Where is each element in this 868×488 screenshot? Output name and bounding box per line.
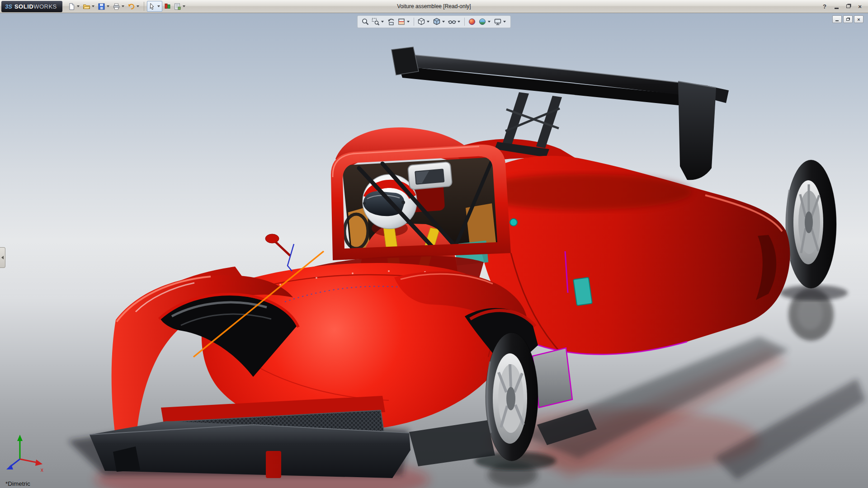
display-style-button[interactable] <box>432 17 447 27</box>
window-controls: ? × <box>819 2 868 11</box>
previous-view-button[interactable] <box>386 17 396 27</box>
close-button[interactable]: × <box>854 2 865 11</box>
help-button[interactable]: ? <box>819 2 830 11</box>
hide-show-items-glasses-icon <box>448 18 456 26</box>
brand-name-light: WORKS <box>33 3 57 10</box>
apply-scene-dropdown[interactable] <box>488 21 491 23</box>
print-icon <box>113 3 120 10</box>
collapse-arrow-icon <box>1 256 4 259</box>
heads-up-view-toolbar <box>357 15 511 28</box>
zoom-to-area-icon <box>372 18 380 26</box>
view-settings-button[interactable] <box>493 17 508 27</box>
previous-view-icon <box>387 18 395 26</box>
restore-icon <box>846 5 850 8</box>
color-swatch-icon <box>164 3 171 10</box>
view-orientation-cube-icon <box>417 18 425 26</box>
hide-show-items-dropdown[interactable] <box>458 21 460 23</box>
open-button[interactable] <box>82 1 96 12</box>
section-view-icon <box>397 18 406 26</box>
new-document-button[interactable] <box>67 1 81 12</box>
zoom-to-fit-button[interactable] <box>360 17 370 27</box>
undo-dropdown[interactable] <box>137 5 139 7</box>
document-window-controls: × <box>832 15 863 23</box>
save-button[interactable] <box>97 1 111 12</box>
select-dropdown[interactable] <box>157 5 160 7</box>
document-minimize-icon <box>835 20 839 21</box>
view-settings-monitor-icon <box>494 18 502 26</box>
document-restore-button[interactable] <box>843 15 853 23</box>
edit-appearance-sphere-icon <box>468 18 476 26</box>
section-view-dropdown[interactable] <box>407 21 410 23</box>
hud-separator <box>414 18 414 26</box>
graphics-area[interactable]: x <box>0 13 868 488</box>
open-folder-icon <box>83 3 90 10</box>
hide-show-items-button[interactable] <box>447 17 462 27</box>
document-restore-icon <box>846 18 849 21</box>
wing-endplate[interactable] <box>678 81 716 180</box>
3ds-logo-icon: 3S <box>5 3 12 10</box>
titlebar: 3S SOLIDWORKS <box>0 0 868 13</box>
undo-icon <box>127 3 135 10</box>
restore-button[interactable] <box>843 2 854 11</box>
teal-decal[interactable] <box>573 277 592 305</box>
standard-toolbar <box>67 1 187 12</box>
viewport-3d-scene[interactable]: x <box>0 13 868 488</box>
apply-scene-button[interactable] <box>477 17 492 27</box>
rocker-panel[interactable] <box>533 348 572 408</box>
document-minimize-button[interactable] <box>832 15 842 23</box>
minimize-button[interactable] <box>831 2 842 11</box>
apply-scene-icon <box>478 18 486 26</box>
color-swatch-button[interactable] <box>163 1 172 12</box>
brand-name-bold: SOLID <box>14 3 33 10</box>
document-close-button[interactable]: × <box>854 15 863 23</box>
new-document-icon <box>68 3 75 10</box>
rear-right-wheel[interactable] <box>786 160 836 288</box>
view-orientation-button[interactable] <box>416 17 431 27</box>
view-orientation-dropdown[interactable] <box>427 21 429 23</box>
view-settings-dropdown[interactable] <box>503 21 506 23</box>
side-mirror[interactable] <box>265 234 279 243</box>
select-button[interactable] <box>147 1 162 12</box>
print-button[interactable] <box>112 1 126 12</box>
display-style-icon <box>433 18 441 26</box>
new-document-dropdown[interactable] <box>77 5 80 7</box>
zoom-to-area-dropdown[interactable] <box>381 21 384 23</box>
triad-x-label: x <box>41 467 43 473</box>
select-cursor-icon <box>148 3 156 10</box>
save-dropdown[interactable] <box>107 5 109 7</box>
properties-button[interactable] <box>173 1 187 12</box>
display-style-dropdown[interactable] <box>442 21 445 23</box>
open-dropdown[interactable] <box>92 5 94 7</box>
print-dropdown[interactable] <box>122 5 124 7</box>
toolbar-separator <box>144 2 144 11</box>
section-view-button[interactable] <box>396 17 411 27</box>
undo-button[interactable] <box>127 1 141 12</box>
view-orientation-label: *Dimetric <box>5 480 30 487</box>
teal-fastener[interactable] <box>510 219 517 226</box>
solidworks-logo: 3S SOLIDWORKS <box>1 1 62 12</box>
hud-separator <box>464 18 465 26</box>
properties-sheet-icon <box>174 3 181 10</box>
rearview-mirror[interactable] <box>408 162 452 190</box>
edit-appearance-button[interactable] <box>467 17 477 27</box>
zoom-to-area-button[interactable] <box>371 17 386 27</box>
zoom-to-fit-icon <box>361 18 369 26</box>
feature-tree-flyout-tab[interactable] <box>0 247 5 268</box>
save-floppy-icon <box>98 3 105 10</box>
properties-dropdown[interactable] <box>183 5 185 7</box>
minimize-icon <box>835 8 839 9</box>
